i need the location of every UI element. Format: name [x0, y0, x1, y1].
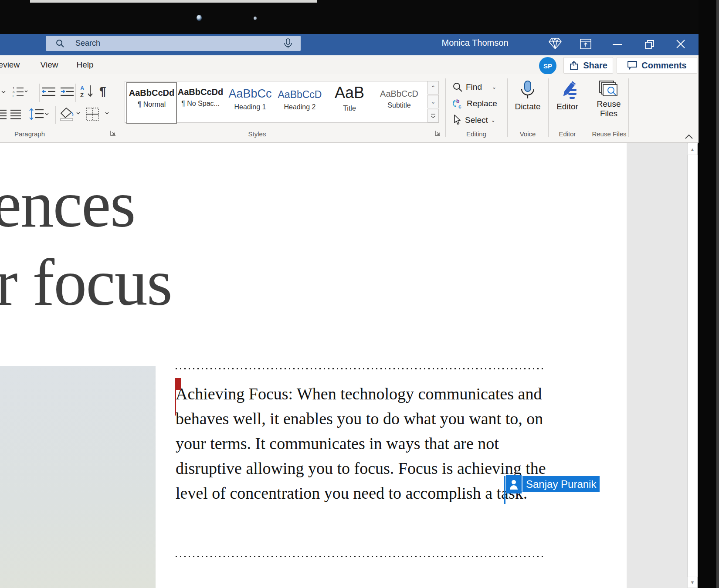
scroll-down-button[interactable]: ▼ [687, 577, 698, 588]
reuse-files-group-label: Reuse Files [587, 130, 631, 139]
styles-scroll-down-button[interactable]: ⌄ [427, 95, 439, 108]
paragraph-line: Achieving Focus: When technology communi… [176, 384, 542, 403]
dotted-divider-bottom [176, 556, 546, 557]
style-sample: AaBbCc [226, 87, 275, 101]
style-no-spacing[interactable]: AaBbCcDd ¶ No Spac... [176, 82, 225, 122]
webcam-icon [197, 15, 202, 21]
find-button[interactable]: Find ⌄ [452, 81, 496, 93]
search-dictate-mic-icon[interactable] [283, 38, 293, 49]
webcam-led-icon [254, 17, 257, 20]
search-icon [55, 39, 65, 48]
avatar-initials: SP [543, 62, 552, 70]
svg-text:c: c [458, 104, 461, 109]
replace-icon: b c [452, 98, 464, 109]
restore-window-button[interactable] [644, 40, 655, 49]
document-image[interactable] [0, 366, 156, 588]
collaborator-person-icon [506, 475, 522, 493]
editor-button[interactable]: Editor [550, 80, 585, 112]
comments-button[interactable]: Comments [617, 57, 697, 74]
style-sample: AaB [325, 84, 374, 102]
scroll-up-button[interactable]: ▲ [687, 144, 698, 155]
collapse-ribbon-icon[interactable] [684, 133, 694, 140]
editor-label: Editor [550, 102, 585, 112]
reuse-files-icon [590, 80, 627, 99]
minimize-button[interactable] [613, 44, 622, 45]
reuse-files-button[interactable]: Reuse Files [590, 80, 627, 118]
paragraph-dialog-launcher[interactable] [110, 130, 116, 136]
avatar[interactable]: SP [539, 57, 556, 74]
find-icon [452, 82, 463, 92]
voice-group-label: Voice [506, 130, 549, 139]
style-subtitle[interactable]: AaBbCcD Subtitle [375, 82, 424, 122]
styles-dialog-launcher[interactable] [435, 130, 441, 136]
pilcrow-icon[interactable]: ¶ [99, 84, 106, 98]
style-sample: AaBbCcD [375, 89, 424, 99]
document-heading-line2: r focus [0, 245, 172, 321]
paragraph-line: your terms. It communicates in ways that… [176, 434, 499, 453]
premium-diamond-icon[interactable] [548, 37, 562, 50]
decrease-indent-icon[interactable] [42, 87, 56, 97]
svg-text:i: i [13, 94, 14, 98]
ribbon-display-options-icon[interactable] [580, 39, 591, 49]
borders-icon[interactable] [85, 107, 110, 121]
bullet-list-dropdown-icon[interactable] [0, 89, 7, 95]
dictate-mic-icon [509, 80, 546, 102]
svg-text:a: a [13, 90, 15, 94]
tab-view[interactable]: View [37, 55, 61, 74]
replace-label: Replace [467, 99, 497, 108]
paragraph-line: disruptive allowing you to focus. Focus … [176, 459, 546, 478]
style-name: ¶ Normal [127, 101, 176, 108]
tab-review[interactable]: Review [0, 55, 26, 74]
document-gutter [627, 143, 687, 588]
remote-caret-blue [504, 476, 505, 504]
align-right-icon[interactable] [0, 109, 7, 119]
style-name: Subtitle [375, 101, 424, 109]
replace-button[interactable]: b c Replace [452, 98, 497, 110]
laptop-right-bezel [699, 0, 719, 588]
line-spacing-icon[interactable] [29, 108, 49, 120]
style-normal[interactable]: AaBbCcDd ¶ Normal [126, 82, 177, 124]
style-sample: AaBbCcDd [127, 88, 176, 98]
search-placeholder: Search [75, 39, 100, 48]
style-sample: AaBbCcDd [176, 87, 225, 97]
find-label: Find [466, 82, 482, 92]
styles-more-button[interactable] [427, 109, 439, 122]
style-title[interactable]: AaB Title [325, 82, 374, 122]
style-heading-2[interactable]: AaBbCcD Heading 2 [275, 82, 324, 122]
justify-icon[interactable] [10, 109, 21, 119]
comment-icon [627, 61, 638, 70]
increase-indent-icon[interactable] [60, 87, 74, 97]
style-name: ¶ No Spac... [176, 100, 225, 108]
select-button[interactable]: Select ⌄ [452, 114, 495, 126]
editor-group-label: Editor [546, 130, 589, 139]
shading-icon[interactable] [59, 107, 81, 121]
dotted-divider-top [176, 368, 546, 369]
tab-help[interactable]: Help [73, 55, 97, 74]
paragraph-line: behaves well, it enables you to do what … [176, 409, 543, 428]
word-app-window: Search Monica Thomson Review View Help S… [0, 0, 719, 588]
style-heading-1[interactable]: AaBbCc Heading 1 [226, 82, 275, 122]
remote-caret-red [175, 390, 176, 416]
style-name: Heading 2 [275, 103, 324, 111]
share-label: Share [583, 61, 607, 71]
dictate-button[interactable]: Dictate [509, 80, 546, 112]
select-cursor-icon [452, 115, 462, 126]
find-dropdown-icon[interactable]: ⌄ [492, 84, 496, 90]
numbered-list-icon[interactable]: 1 a i [12, 86, 28, 98]
signed-in-user-name: Monica Thomson [425, 38, 525, 48]
style-name: Heading 1 [226, 103, 275, 111]
laptop-right-edge [716, 0, 719, 588]
vertical-scrollbar[interactable] [687, 143, 698, 588]
select-label: Select [465, 115, 488, 125]
laptop-top-bezel [0, 0, 719, 34]
share-icon [569, 61, 579, 70]
sort-icon[interactable]: A Z [80, 84, 95, 98]
close-button[interactable] [676, 39, 685, 49]
editing-group-label: Editing [454, 130, 498, 139]
paragraph-group-label: Paragraph [8, 130, 51, 139]
share-button[interactable]: Share [563, 57, 613, 74]
styles-scroll-up-button[interactable]: ⌃ [427, 81, 439, 95]
search-input[interactable]: Search [46, 36, 301, 51]
select-dropdown-icon[interactable]: ⌄ [491, 117, 495, 123]
style-name: Title [325, 105, 374, 112]
